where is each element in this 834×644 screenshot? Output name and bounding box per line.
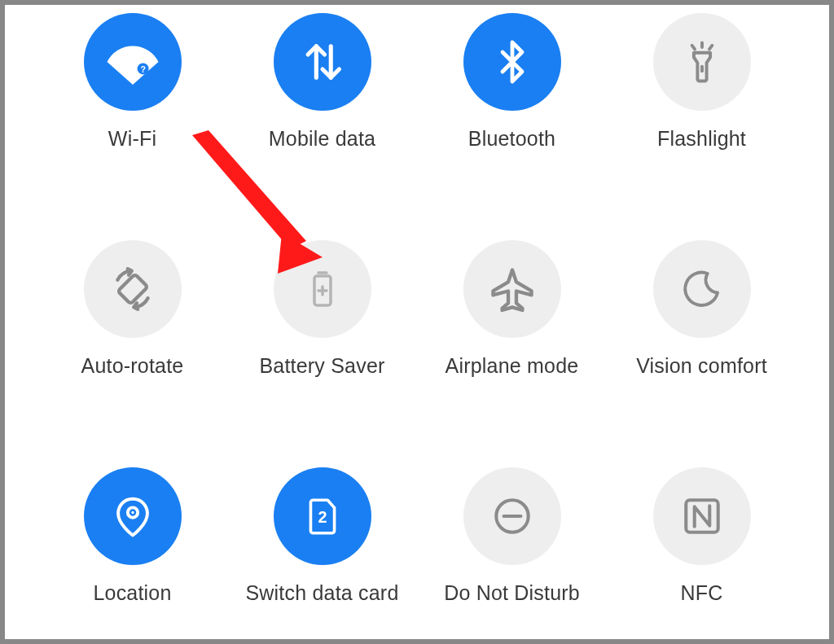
moon-icon (653, 240, 751, 338)
wifi-icon: ? (84, 13, 182, 111)
svg-rect-8 (117, 274, 147, 304)
tile-flashlight[interactable]: Flashlight (612, 13, 792, 151)
tile-label: Bluetooth (468, 127, 555, 151)
tile-auto-rotate[interactable]: Auto-rotate (43, 240, 222, 378)
tile-bluetooth[interactable]: Bluetooth (423, 13, 602, 151)
do-not-disturb-icon (463, 467, 561, 565)
tile-location[interactable]: Location (43, 467, 222, 605)
quick-settings-panel: ? Wi-Fi Mobile data Bluet (0, 0, 834, 644)
tile-label: Airplane mode (446, 354, 579, 378)
auto-rotate-icon (84, 240, 182, 338)
tile-label: Battery Saver (259, 354, 384, 378)
flashlight-icon (653, 13, 751, 111)
tile-label: Wi-Fi (108, 127, 156, 151)
tile-mobile-data[interactable]: Mobile data (233, 13, 412, 151)
tile-vision-comfort[interactable]: Vision comfort (612, 240, 792, 378)
tile-label: Auto-rotate (81, 354, 184, 378)
tile-switch-data-card[interactable]: 2 Switch data card (233, 467, 412, 605)
tile-do-not-disturb[interactable]: Do Not Disturb (423, 467, 602, 605)
tile-label: NFC (681, 581, 723, 605)
tile-label: Location (93, 581, 171, 605)
svg-text:?: ? (140, 64, 145, 74)
battery-saver-icon (274, 240, 371, 338)
tile-battery-saver[interactable]: Battery Saver (233, 240, 412, 378)
bluetooth-icon (463, 13, 561, 111)
location-icon (84, 467, 182, 565)
tile-nfc[interactable]: NFC (612, 467, 792, 605)
sim-card-icon: 2 (274, 467, 371, 565)
tile-label: Switch data card (245, 581, 398, 605)
tile-label: Mobile data (269, 127, 375, 151)
svg-text:2: 2 (318, 508, 327, 526)
mobile-data-icon (274, 13, 371, 111)
svg-point-14 (131, 511, 134, 514)
nfc-icon (653, 467, 751, 565)
tile-airplane-mode[interactable]: Airplane mode (423, 240, 602, 378)
tile-label: Do Not Disturb (444, 581, 580, 605)
quick-settings-grid: ? Wi-Fi Mobile data Bluet (37, 13, 797, 605)
svg-line-7 (709, 46, 711, 49)
tile-label: Flashlight (657, 127, 746, 151)
airplane-icon (463, 240, 561, 338)
tile-wifi[interactable]: ? Wi-Fi (43, 13, 222, 151)
svg-line-6 (691, 46, 694, 49)
tile-label: Vision comfort (636, 354, 767, 378)
